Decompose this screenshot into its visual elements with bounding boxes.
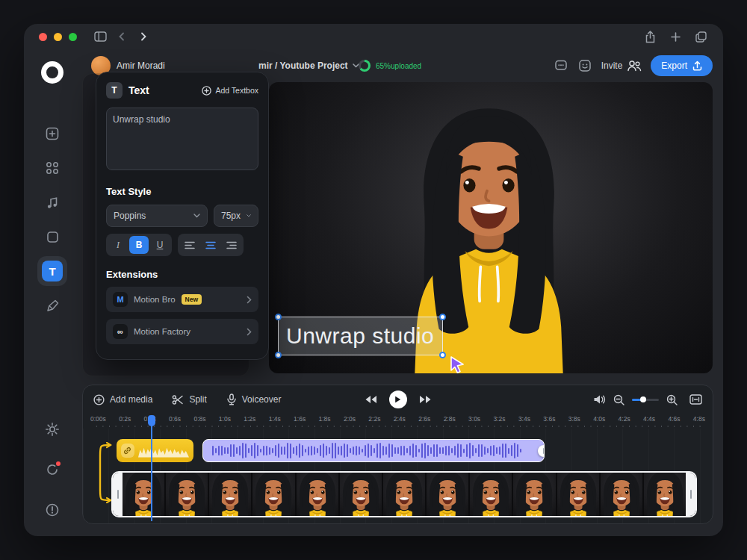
filmstrip-frame[interactable] (644, 473, 686, 516)
waveform-bar (344, 444, 345, 458)
time-ruler[interactable]: 0:00s0:2s0:4s0:6s0:8s1:0s1:2s1:4s1:6s1:8… (90, 415, 705, 423)
fit-timeline-icon[interactable] (689, 394, 702, 405)
add-tool-button[interactable] (37, 119, 67, 149)
zoom-slider-knob[interactable] (640, 396, 646, 402)
forward-button[interactable] (136, 29, 151, 44)
waveform-bar (478, 444, 480, 457)
font-family-select[interactable]: Poppins (106, 205, 208, 227)
align-center-button[interactable] (201, 236, 220, 254)
align-left-button[interactable] (180, 236, 199, 254)
rewind-icon[interactable] (365, 395, 377, 404)
reaction-icon[interactable] (577, 58, 592, 73)
waveform-bar (454, 446, 456, 455)
back-button[interactable] (114, 29, 129, 44)
close-window-button[interactable] (39, 33, 47, 41)
voiceover-button[interactable]: Voiceover (226, 393, 282, 405)
align-right-button[interactable] (222, 236, 241, 254)
filmstrip-frame[interactable] (513, 473, 555, 516)
text-tool-button[interactable]: T (37, 256, 67, 286)
zoom-slider[interactable] (632, 399, 659, 401)
selection-handle-bl[interactable] (275, 352, 282, 358)
waveform-bar (475, 448, 477, 453)
waveform-bar (421, 444, 423, 457)
filmstrip-frame[interactable] (123, 473, 164, 516)
play-button[interactable] (389, 391, 407, 408)
waveform-bar (496, 447, 498, 454)
settings-button[interactable] (37, 414, 67, 444)
waveform-bar (463, 449, 465, 453)
split-button[interactable]: Split (172, 394, 206, 405)
waveform-bar (218, 446, 220, 456)
waveform-bar (436, 444, 438, 457)
waveform-bar (505, 444, 506, 458)
share-icon[interactable] (642, 29, 657, 44)
selection-handle-tr[interactable] (439, 314, 446, 320)
waveform-bar (502, 444, 503, 458)
filmstrip-frame[interactable] (252, 473, 294, 516)
bold-button[interactable]: B (129, 236, 149, 254)
canvas-text: Unwrap studio (286, 323, 434, 349)
font-size-select[interactable]: 75px (214, 205, 258, 227)
clip-trim-handle-left[interactable] (113, 473, 123, 516)
waveform-bar (424, 443, 426, 459)
filmstrip-frame[interactable] (601, 473, 642, 516)
canvas-text-layer[interactable]: Unwrap studio (278, 317, 443, 355)
voiceover-clip[interactable] (202, 439, 545, 462)
extension-motion-bro[interactable]: M Motion Bro New (106, 287, 258, 312)
filmstrip-frame[interactable] (383, 473, 425, 516)
waveform-bar (511, 445, 512, 456)
chevron-right-icon (247, 296, 252, 304)
add-textbox-button[interactable]: Add Textbox (202, 86, 258, 96)
waveform-bar (263, 446, 264, 455)
breadcrumb[interactable]: mir / Youtube Project (258, 60, 359, 71)
extensions-heading: Extensions (106, 269, 258, 280)
selection-handle-tl[interactable] (275, 314, 282, 320)
frame-tool-button[interactable] (37, 222, 67, 252)
help-button[interactable] (37, 495, 67, 525)
filmstrip-frame[interactable] (470, 473, 512, 516)
sidebar-toggle-icon[interactable] (93, 29, 108, 44)
italic-button[interactable]: I (108, 236, 128, 254)
invite-button[interactable]: Invite (601, 60, 642, 72)
sync-status-button[interactable] (37, 455, 67, 485)
comments-icon[interactable] (554, 58, 568, 73)
pen-tool-button[interactable] (37, 290, 67, 320)
add-media-button[interactable]: Add media (93, 394, 152, 405)
selection-handle-br[interactable] (439, 352, 446, 358)
export-button[interactable]: Export (651, 55, 713, 76)
extension-motion-factory[interactable]: ∞ Motion Factory (106, 319, 258, 344)
progress-ring (359, 60, 371, 72)
zoom-in-icon[interactable] (666, 394, 678, 405)
audio-tool-button[interactable] (37, 187, 67, 217)
underline-button[interactable]: U (150, 236, 170, 254)
filmstrip-frame[interactable] (340, 473, 382, 516)
minimize-window-button[interactable] (54, 33, 62, 41)
ruler-label: 1:4s (269, 415, 281, 423)
waveform-bar (368, 444, 369, 458)
playhead[interactable] (151, 415, 152, 521)
clip-trim-handle-right[interactable] (686, 473, 695, 516)
filmstrip-frame[interactable] (297, 473, 338, 516)
fast-forward-icon[interactable] (419, 395, 432, 404)
filmstrip-frame[interactable] (557, 473, 599, 516)
waveform-bar (284, 447, 285, 455)
zoom-out-icon[interactable] (613, 394, 624, 405)
new-badge: New (182, 294, 202, 305)
waveform-bar (341, 446, 342, 455)
filmstrip-frame[interactable] (166, 473, 208, 516)
new-tab-icon[interactable] (668, 29, 683, 44)
tab-overview-icon[interactable] (693, 29, 708, 44)
text-panel-icon: T (106, 82, 123, 99)
video-clip[interactable] (111, 471, 697, 517)
waveform-bar (251, 445, 252, 456)
zoom-window-button[interactable] (69, 33, 77, 41)
elements-tool-button[interactable] (37, 153, 67, 183)
filmstrip-frame[interactable] (427, 473, 468, 516)
text-content-input[interactable]: Unwrap studio (106, 108, 258, 170)
volume-icon[interactable] (593, 394, 606, 405)
music-clip[interactable] (117, 439, 193, 462)
waveform-bar (445, 446, 447, 455)
video-canvas[interactable]: Unwrap studio (269, 82, 713, 373)
filmstrip-frame[interactable] (209, 473, 251, 516)
clip-trim-handle[interactable] (538, 445, 545, 457)
